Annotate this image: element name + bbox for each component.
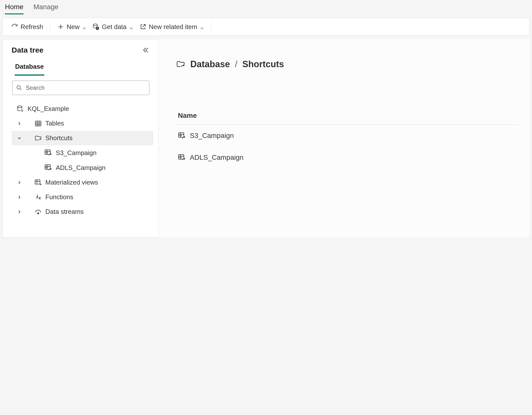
shortcuts-table: Name S3_Campaign (176, 107, 520, 168)
data-tree-panel: Data tree Database (2, 39, 159, 238)
tab-manage[interactable]: Manage (33, 3, 58, 14)
tree-label: ADLS_Campaign (56, 164, 106, 172)
toolbar-separator (211, 22, 211, 32)
refresh-button[interactable]: Refresh (9, 22, 45, 32)
get-data-label: Get data (102, 23, 127, 31)
breadcrumb: Database / Shortcuts (176, 59, 520, 69)
tree-root-kql-example[interactable]: KQL_Example (12, 101, 153, 116)
chevron-right-icon[interactable] (17, 121, 22, 126)
collapse-panel-icon[interactable] (142, 46, 149, 54)
svg-point-2 (17, 86, 20, 89)
tree-label: Materialized views (45, 179, 98, 186)
svg-rect-10 (179, 155, 184, 159)
new-related-item-button[interactable]: New related item (138, 22, 206, 32)
chevron-down-icon[interactable] (17, 135, 22, 141)
tree-item-functions[interactable]: Functions (12, 190, 153, 204)
breadcrumb-separator: / (235, 59, 237, 69)
folder-shortcut-icon (176, 60, 185, 69)
folder-shortcut-icon (34, 134, 42, 142)
open-external-icon (140, 23, 146, 30)
table-shortcut-icon (178, 132, 186, 140)
search-container (12, 81, 149, 95)
svg-point-8 (38, 213, 39, 214)
refresh-icon (11, 23, 18, 30)
table-shortcut-icon (178, 154, 186, 161)
chevron-down-icon (82, 25, 86, 29)
breadcrumb-shortcuts: Shortcuts (242, 59, 284, 69)
toolbar: Refresh New Get data (2, 18, 530, 36)
svg-rect-6 (45, 165, 50, 169)
tree-item-s3-campaign[interactable]: S3_Campaign (12, 145, 153, 160)
tree-label: Tables (45, 120, 64, 127)
tree-item-data-streams[interactable]: Data streams (12, 204, 153, 219)
tree: KQL_Example Tables (3, 100, 158, 219)
chevron-down-icon (200, 25, 204, 29)
svg-rect-5 (45, 150, 50, 155)
table-shortcut-icon (44, 164, 52, 172)
tree-label: Functions (45, 193, 73, 201)
tree-label: S3_Campaign (56, 149, 97, 157)
svg-point-3 (18, 106, 22, 108)
chevron-right-icon[interactable] (17, 194, 22, 200)
table-shortcut-icon (44, 149, 52, 157)
plus-icon (57, 23, 64, 30)
svg-rect-4 (35, 121, 41, 126)
svg-rect-9 (179, 133, 184, 137)
table-icon (34, 120, 42, 127)
data-stream-icon (34, 208, 42, 216)
search-icon (16, 85, 22, 91)
tree-item-materialized-views[interactable]: Materialized views (12, 175, 153, 190)
chevron-down-icon (129, 25, 134, 29)
row-label: S3_Campaign (190, 132, 234, 140)
row-label: ADLS_Campaign (190, 154, 243, 161)
chevron-right-icon[interactable] (17, 180, 22, 185)
tree-item-adls-campaign[interactable]: ADLS_Campaign (12, 160, 153, 175)
chevron-right-icon[interactable] (17, 209, 22, 215)
new-related-label: New related item (149, 23, 197, 31)
refresh-label: Refresh (21, 23, 43, 31)
search-input[interactable] (12, 81, 149, 95)
function-icon (34, 193, 42, 201)
breadcrumb-database[interactable]: Database (190, 59, 230, 69)
tree-item-tables[interactable]: Tables (12, 116, 153, 131)
main-container: Data tree Database (2, 39, 530, 238)
database-icon (17, 105, 24, 113)
table-header-name[interactable]: Name (176, 107, 520, 125)
get-data-button[interactable]: Get data (90, 22, 136, 32)
sidebar-subtabs: Database (3, 59, 158, 76)
subtab-database[interactable]: Database (15, 59, 44, 76)
content-panel: Database / Shortcuts Name S3_Campaign (159, 39, 530, 238)
new-button[interactable]: New (55, 22, 88, 32)
tree-item-shortcuts[interactable]: Shortcuts (12, 131, 153, 145)
sidebar-header: Data tree (3, 46, 158, 59)
tree-label: Shortcuts (45, 134, 73, 142)
svg-rect-7 (35, 180, 40, 184)
database-download-icon (92, 23, 99, 30)
tree-label: Data streams (45, 208, 84, 216)
new-label: New (67, 23, 80, 31)
top-tabs: Home Manage (0, 0, 532, 14)
table-row[interactable]: ADLS_Campaign (176, 147, 520, 168)
table-row[interactable]: S3_Campaign (176, 125, 520, 147)
tab-home[interactable]: Home (5, 3, 24, 14)
tree-label: KQL_Example (28, 105, 69, 113)
materialized-view-icon (34, 179, 42, 186)
sidebar-title: Data tree (12, 46, 43, 54)
toolbar-separator (50, 22, 50, 32)
svg-point-0 (93, 24, 97, 26)
